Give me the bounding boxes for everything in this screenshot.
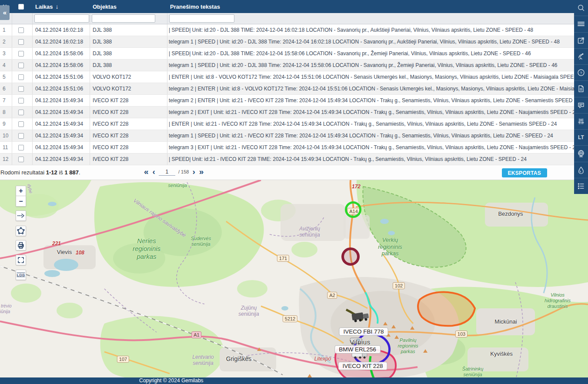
satellite-button[interactable] bbox=[574, 48, 588, 64]
map-canvas[interactable]: seniūnija Vilniaus rajono savivaldybė Ne… bbox=[0, 180, 588, 384]
row-checkbox[interactable] bbox=[18, 86, 24, 92]
first-page-button[interactable]: « bbox=[144, 167, 149, 177]
export-button[interactable]: EKSPORTAS bbox=[502, 168, 548, 177]
fuel-button[interactable] bbox=[574, 162, 588, 178]
vehicle-label[interactable]: IVECO KIT 228 bbox=[338, 362, 388, 370]
table-filter-row bbox=[0, 13, 574, 24]
page-number-input[interactable] bbox=[159, 168, 175, 176]
header-checkbox-cell bbox=[12, 4, 33, 10]
row-checkbox[interactable] bbox=[18, 121, 24, 127]
event-ring-red[interactable] bbox=[341, 247, 360, 266]
road-badge: 102 bbox=[393, 282, 405, 289]
map-label: Neries regioninis parkas bbox=[133, 237, 160, 260]
event-ring-green[interactable] bbox=[345, 201, 361, 218]
track-arrow-button[interactable] bbox=[16, 210, 26, 221]
table-body: 1 04.12.2024 16:02:18 DJL 388 | SPEED| U… bbox=[0, 24, 574, 165]
search-icon bbox=[577, 3, 585, 12]
messages-button[interactable] bbox=[574, 97, 588, 113]
table-row[interactable]: 6 04.12.2024 15:51:06 VOLVO KOT172 teleg… bbox=[0, 83, 574, 95]
road-badge: 171 bbox=[277, 255, 289, 262]
table-row[interactable]: 8 04.12.2024 15:49:34 IVECO KIT 228 tele… bbox=[0, 107, 574, 118]
select-all-checkbox[interactable] bbox=[18, 4, 24, 10]
help-button[interactable]: ? bbox=[574, 64, 588, 80]
language-button[interactable]: LT bbox=[574, 129, 588, 145]
search-button[interactable] bbox=[574, 0, 588, 16]
row-checkbox[interactable] bbox=[18, 157, 24, 162]
road-number: 172 bbox=[352, 184, 361, 190]
table-row[interactable]: 12 04.12.2024 15:49:34 IVECO KIT 228 | S… bbox=[0, 154, 574, 165]
table-row[interactable]: 4 04.12.2024 15:58:06 DJL 388 telegram 1… bbox=[0, 60, 574, 71]
polygon-icon bbox=[17, 227, 25, 235]
next-page-button[interactable]: › bbox=[192, 167, 195, 177]
header-laikas[interactable]: Laikas ↓ bbox=[33, 3, 90, 10]
results-summary: Rodomi rezultatai 1-12 iš 1 887. bbox=[0, 169, 80, 176]
map-label: Zujūnų seniūnija bbox=[238, 305, 259, 317]
open-window-button[interactable] bbox=[574, 32, 588, 48]
table-row[interactable]: 7 04.12.2024 15:49:34 IVECO KIT 228 tele… bbox=[0, 95, 574, 107]
road-badge: 107 bbox=[117, 356, 129, 363]
row-checkbox[interactable] bbox=[18, 98, 24, 104]
table-row[interactable]: 5 04.12.2024 15:51:06 VOLVO KOT172 | ENT… bbox=[0, 71, 574, 83]
zoom-in-button[interactable]: + bbox=[16, 186, 26, 196]
header-pranesimo[interactable]: Pranešimo tekstas bbox=[167, 3, 574, 10]
fullscreen-button[interactable] bbox=[16, 255, 26, 265]
filters-button[interactable] bbox=[574, 113, 588, 129]
row-checkbox[interactable] bbox=[18, 39, 24, 45]
table-row[interactable]: 11 04.12.2024 15:49:34 IVECO KIT 228 tel… bbox=[0, 142, 574, 154]
map-label: seniūnija bbox=[168, 183, 187, 188]
filter-time-input[interactable] bbox=[34, 14, 89, 23]
report-button[interactable] bbox=[574, 80, 588, 97]
map-label: Sudervės seniūnija bbox=[191, 236, 211, 247]
list-button[interactable] bbox=[574, 178, 588, 194]
page-count: / 158 bbox=[178, 169, 189, 174]
dashed-arrow-icon bbox=[17, 211, 25, 220]
svg-text:?: ? bbox=[580, 70, 582, 75]
table-row[interactable]: 1 04.12.2024 16:02:18 DJL 388 | SPEED| U… bbox=[0, 24, 574, 36]
map-label: Pavilnių regioninis parkas bbox=[398, 337, 418, 355]
last-page-button[interactable]: » bbox=[199, 167, 204, 177]
row-checkbox[interactable] bbox=[18, 51, 24, 57]
map-label: trėvio bbox=[1, 304, 11, 309]
road-badge: A2 bbox=[327, 292, 337, 299]
table-row[interactable]: 3 04.12.2024 15:58:06 DJL 388 | SPEED| U… bbox=[0, 48, 574, 60]
road-badge: 103 bbox=[455, 331, 468, 337]
filter-object-input[interactable] bbox=[92, 14, 155, 23]
sort-desc-icon[interactable]: ↓ bbox=[55, 3, 58, 10]
list-icon bbox=[577, 182, 585, 190]
map-label: Lentvario seniūnija bbox=[192, 354, 214, 367]
open-window-icon bbox=[577, 36, 585, 45]
zoom-out-button[interactable]: − bbox=[16, 196, 26, 207]
table-row[interactable]: 2 04.12.2024 16:02:18 DJL 388 telegram 1… bbox=[0, 36, 574, 48]
menu-button[interactable] bbox=[574, 16, 588, 32]
row-checkbox[interactable] bbox=[18, 74, 24, 80]
filter-message-input[interactable] bbox=[169, 14, 234, 23]
table-row[interactable]: 10 04.12.2024 15:49:34 IVECO KIT 228 tel… bbox=[0, 130, 574, 142]
vehicle-label[interactable]: IVECO FBI 778 bbox=[339, 327, 388, 336]
map-label: Grigiškės bbox=[226, 355, 251, 363]
row-checkbox[interactable] bbox=[18, 133, 24, 139]
document-icon bbox=[577, 84, 585, 93]
globe-button[interactable] bbox=[574, 145, 588, 161]
globe-icon bbox=[577, 149, 585, 158]
map-label: Šatrininkų seniūnija bbox=[462, 366, 484, 377]
road-number: Litexpo bbox=[314, 356, 331, 362]
row-checkbox[interactable] bbox=[18, 110, 24, 115]
row-checkbox[interactable] bbox=[18, 27, 24, 33]
vehicle-label[interactable]: BMW ERL256 bbox=[334, 345, 381, 354]
map-label: Bezdonys bbox=[498, 210, 523, 217]
prev-page-button[interactable]: ‹ bbox=[152, 167, 156, 177]
row-checkbox[interactable] bbox=[18, 145, 24, 150]
table-row[interactable]: 9 04.12.2024 15:49:34 IVECO KIT 228 | EN… bbox=[0, 118, 574, 130]
tune-icon bbox=[577, 117, 585, 126]
header-objektas[interactable]: Objektas bbox=[90, 3, 167, 10]
pager: « ‹ / 158 › » bbox=[144, 167, 204, 177]
satellite-icon bbox=[577, 52, 585, 61]
geofence-button[interactable] bbox=[16, 226, 26, 236]
language-label: LT bbox=[578, 134, 584, 140]
row-checkbox[interactable] bbox=[18, 63, 24, 68]
collapse-panel-button[interactable]: « bbox=[0, 5, 10, 20]
map-label: Kyviškės bbox=[490, 351, 512, 357]
print-button[interactable] bbox=[16, 240, 26, 250]
fullscreen-icon bbox=[17, 256, 25, 264]
log-button[interactable]: LOG bbox=[16, 270, 26, 280]
